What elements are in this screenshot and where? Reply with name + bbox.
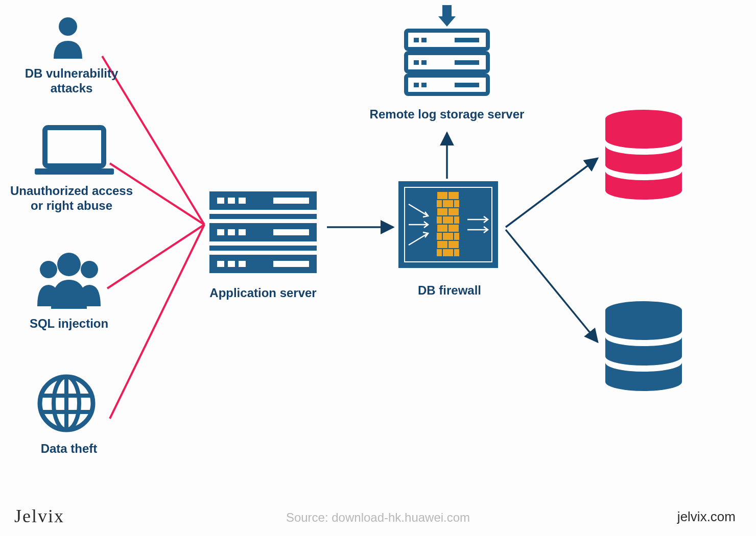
svg-rect-22 (209, 246, 317, 251)
svg-rect-39 (455, 83, 479, 87)
svg-point-0 (59, 17, 77, 36)
svg-rect-45 (448, 191, 459, 200)
svg-rect-43 (405, 187, 492, 262)
svg-rect-60 (448, 240, 459, 249)
svg-rect-49 (437, 208, 448, 216)
svg-rect-47 (442, 200, 454, 208)
svg-rect-52 (442, 216, 454, 224)
application-server-icon (209, 191, 317, 273)
line-threat-4 (110, 225, 204, 419)
globe-icon (40, 377, 93, 430)
svg-rect-58 (454, 232, 465, 240)
svg-rect-32 (406, 53, 488, 71)
svg-rect-2 (35, 168, 114, 175)
app-server-label: Application server (194, 286, 332, 301)
svg-rect-40 (442, 5, 452, 16)
svg-rect-50 (448, 208, 459, 216)
svg-rect-12 (217, 198, 224, 204)
svg-rect-16 (209, 214, 317, 219)
svg-rect-14 (239, 198, 246, 204)
svg-rect-59 (437, 240, 448, 249)
threat-label-sql: SQL injection (18, 316, 120, 331)
svg-point-71 (605, 110, 682, 128)
svg-rect-64 (431, 191, 437, 258)
threat-label-unauth: Unauthorized accessor right abuse (5, 184, 138, 213)
svg-rect-11 (209, 191, 317, 210)
svg-rect-17 (209, 223, 317, 241)
svg-point-73 (605, 181, 682, 200)
svg-rect-72 (605, 119, 682, 190)
site-text: jelvix.com (677, 509, 736, 525)
svg-rect-61 (431, 249, 442, 257)
svg-rect-29 (414, 38, 419, 42)
svg-rect-38 (421, 83, 427, 87)
diagram-canvas: DB vulnerabilityattacks Unauthorized acc… (0, 0, 756, 536)
svg-rect-24 (217, 261, 224, 267)
arrow-firewall-to-db-bottom (506, 230, 598, 342)
svg-rect-57 (442, 232, 454, 240)
threat-label-theft: Data theft (28, 442, 110, 456)
svg-point-7 (54, 377, 79, 430)
svg-rect-42 (398, 181, 498, 268)
svg-point-5 (57, 253, 81, 276)
svg-rect-21 (273, 229, 309, 235)
group-icon (37, 253, 101, 309)
svg-rect-75 (605, 310, 682, 382)
svg-rect-28 (406, 31, 488, 49)
arrow-firewall-to-db-top (506, 158, 598, 227)
svg-rect-1 (45, 128, 104, 166)
svg-rect-23 (209, 255, 317, 273)
svg-rect-30 (421, 38, 427, 42)
svg-point-6 (40, 377, 93, 430)
database-top-icon (605, 110, 682, 200)
svg-line-66 (409, 204, 428, 216)
log-server-label: Remote log storage server (358, 107, 536, 122)
download-arrow-icon (438, 5, 456, 27)
svg-rect-25 (228, 261, 235, 267)
svg-point-74 (605, 301, 682, 320)
svg-rect-37 (414, 83, 419, 87)
laptop-icon (35, 128, 114, 175)
svg-rect-31 (455, 38, 479, 42)
svg-point-3 (40, 261, 57, 278)
svg-rect-44 (437, 191, 448, 200)
svg-rect-15 (273, 198, 309, 204)
threat-label-db-vuln: DB vulnerabilityattacks (10, 66, 133, 96)
svg-rect-27 (273, 261, 309, 267)
svg-rect-62 (442, 249, 454, 257)
svg-rect-33 (414, 60, 419, 65)
svg-line-68 (409, 233, 428, 245)
svg-rect-53 (454, 216, 465, 224)
svg-rect-65 (459, 191, 465, 258)
svg-rect-18 (217, 229, 224, 235)
database-bottom-icon (605, 301, 682, 391)
person-icon (54, 17, 82, 59)
svg-rect-63 (454, 249, 465, 257)
db-firewall-icon (398, 181, 498, 268)
svg-rect-55 (448, 224, 459, 232)
svg-rect-26 (239, 261, 246, 267)
svg-point-76 (605, 373, 682, 391)
svg-rect-46 (431, 200, 442, 208)
db-firewall-label: DB firewall (404, 283, 495, 298)
svg-rect-19 (228, 229, 235, 235)
svg-rect-35 (455, 60, 479, 65)
svg-rect-54 (437, 224, 448, 232)
svg-rect-56 (431, 232, 442, 240)
svg-rect-36 (406, 76, 488, 94)
svg-rect-48 (454, 200, 465, 208)
svg-point-4 (81, 261, 98, 278)
svg-rect-13 (228, 198, 235, 204)
log-server-icon (406, 31, 488, 94)
svg-rect-51 (431, 216, 442, 224)
svg-marker-41 (438, 16, 456, 27)
svg-rect-34 (421, 60, 427, 65)
svg-rect-20 (239, 229, 246, 235)
source-text: Source: download-hk.huawei.com (0, 510, 756, 525)
line-threat-3 (107, 225, 204, 288)
